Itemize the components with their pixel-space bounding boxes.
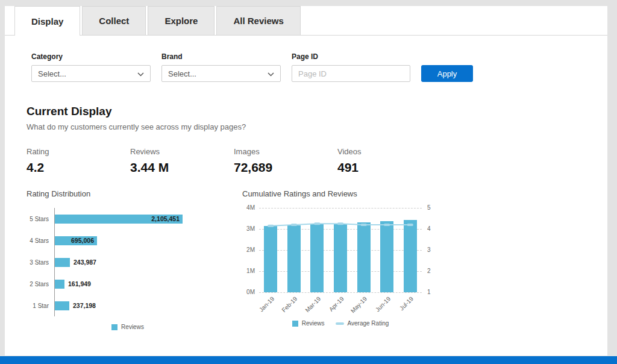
category-label: 1 Star	[27, 303, 54, 309]
rating-bar	[55, 280, 64, 289]
rating-bar	[55, 301, 69, 310]
tab-collect[interactable]: Collect	[82, 6, 146, 35]
stat-label: Images	[234, 147, 337, 156]
reviews-legend-label: Reviews	[121, 324, 144, 330]
left-axis-tick: 1M	[246, 268, 255, 274]
bar-value-label: 2,105,451	[151, 215, 183, 222]
rating-bar	[55, 258, 70, 267]
bar-track: 2,105,451	[54, 208, 229, 230]
tab-explore[interactable]: Explore	[148, 6, 215, 35]
stat-label: Reviews	[130, 147, 234, 156]
rating-bar: 2,105,451	[55, 215, 183, 224]
x-axis-label: Apr-19	[328, 295, 345, 313]
filter-bar: Category Select... Brand Select... Page …	[5, 36, 607, 82]
category-select[interactable]: Select...	[31, 65, 151, 82]
rating-distribution-bars: 5 Stars2,105,4514 Stars695,0063 Stars243…	[27, 208, 229, 316]
x-axis-label: May-19	[349, 295, 368, 314]
right-axis-tick: 1	[427, 289, 431, 295]
line-marker	[268, 225, 274, 227]
stat-value: 3.44 M	[130, 160, 234, 175]
line-marker	[361, 224, 367, 226]
rating-bar: 695,006	[55, 236, 97, 245]
rating-distribution-legend[interactable]: Reviews	[27, 324, 229, 330]
combo-plot-area	[259, 208, 422, 292]
bar-track: 695,006	[54, 230, 229, 251]
category-select-value: Select...	[38, 69, 66, 78]
left-axis-tick: 4M	[246, 204, 255, 211]
combo-plot-wrap: 0M1M2M3M4M 12345	[242, 208, 436, 292]
stat-value: 72,689	[234, 160, 337, 175]
right-axis-tick: 3	[427, 246, 431, 253]
x-axis-label: Mar-19	[304, 295, 322, 313]
right-axis-tick: 5	[427, 204, 431, 211]
bar-value-label: 695,006	[71, 237, 97, 244]
main-panel: Display Collect Explore All Reviews Cate…	[5, 6, 607, 356]
stat-value: 4.2	[27, 160, 130, 175]
stat-label: Rating	[27, 147, 130, 156]
brand-label: Brand	[161, 52, 281, 61]
reviews-legend-swatch	[292, 321, 298, 327]
x-axis-label: Jan-19	[258, 295, 275, 313]
cumulative-chart-legend: Reviews Average Rating	[259, 320, 422, 327]
page-title: Current Display	[27, 105, 607, 118]
bar-row: 4 Stars695,006	[27, 230, 229, 251]
stat-videos: Videos 491	[337, 147, 441, 175]
current-display-section: Current Display What do my customers cur…	[5, 82, 607, 131]
stat-value: 491	[337, 160, 441, 175]
kpi-row: Rating 4.2 Reviews 3.44 M Images 72,689 …	[5, 131, 607, 175]
right-y-axis: 12345	[422, 208, 436, 292]
bar-row: 2 Stars161,949	[27, 273, 229, 295]
bar-value-label: 243,987	[74, 259, 96, 266]
stat-reviews: Reviews 3.44 M	[130, 147, 234, 175]
footer-bar	[0, 356, 617, 364]
tab-display[interactable]: Display	[14, 6, 80, 36]
reviews-legend-item[interactable]: Reviews	[292, 320, 325, 327]
stat-rating: Rating 4.2	[27, 147, 130, 175]
line-marker	[384, 224, 390, 226]
average-rating-line	[259, 208, 422, 292]
line-marker	[337, 222, 343, 225]
reviews-legend-label: Reviews	[302, 320, 325, 327]
left-y-axis: 0M1M2M3M4M	[242, 208, 259, 292]
page-id-filter-group: Page ID	[292, 52, 410, 82]
cumulative-chart: Cumulative Ratings and Reviews 0M1M2M3M4…	[242, 189, 436, 330]
page-subtitle: What do my customers currently see acros…	[27, 122, 607, 131]
chart-title: Rating Distribution	[27, 189, 229, 198]
right-axis-tick: 4	[427, 225, 431, 232]
right-axis-tick: 2	[427, 268, 431, 274]
average-rating-legend-item[interactable]: Average Rating	[336, 320, 389, 327]
category-filter-group: Category Select...	[31, 52, 151, 82]
x-axis-labels: Jan-19Feb-19Mar-19Apr-19May-19Jun-19Jul-…	[259, 292, 422, 320]
left-axis-tick: 0M	[246, 289, 255, 295]
bar-value-label: 237,198	[73, 302, 96, 309]
line-marker	[407, 224, 413, 226]
category-label: 2 Stars	[27, 281, 54, 287]
average-rating-legend-label: Average Rating	[348, 320, 389, 327]
page-id-input[interactable]	[292, 65, 410, 82]
apply-button[interactable]: Apply	[421, 65, 473, 82]
bar-track: 161,949	[54, 273, 229, 295]
x-axis-label: Feb-19	[280, 295, 298, 313]
reviews-legend-swatch	[111, 324, 117, 330]
brand-select[interactable]: Select...	[161, 65, 281, 82]
stat-label: Videos	[337, 147, 441, 156]
category-label: 5 Stars	[27, 216, 54, 222]
bar-row: 1 Star237,198	[27, 295, 229, 316]
chevron-down-icon	[268, 69, 274, 78]
tab-bar: Display Collect Explore All Reviews	[5, 6, 607, 36]
average-rating-legend-marker	[336, 322, 344, 325]
left-axis-tick: 3M	[246, 225, 255, 232]
brand-select-value: Select...	[168, 69, 196, 78]
bar-row: 5 Stars2,105,451	[27, 208, 229, 230]
line-marker	[291, 224, 297, 226]
charts-row: Rating Distribution 5 Stars2,105,4514 St…	[5, 175, 607, 330]
page-id-label: Page ID	[292, 52, 410, 61]
bar-track: 243,987	[54, 251, 229, 273]
left-axis-tick: 2M	[246, 246, 255, 253]
bar-value-label: 161,949	[68, 280, 91, 287]
category-label: 4 Stars	[27, 237, 54, 244]
bar-track: 237,198	[54, 295, 229, 316]
category-label: Category	[31, 52, 151, 61]
tab-all-reviews[interactable]: All Reviews	[216, 6, 300, 35]
line-marker	[314, 222, 320, 225]
